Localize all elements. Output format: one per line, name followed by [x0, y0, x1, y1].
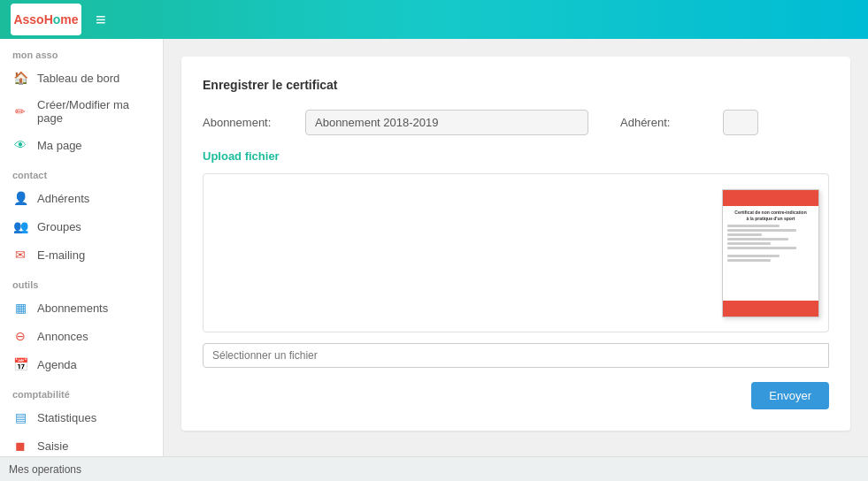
card-title: Enregistrer le certificat	[203, 78, 829, 92]
section-title-outils: outils	[0, 269, 163, 294]
sidebar-label-adherents: Adhérents	[37, 192, 89, 205]
sidebar-label-tableau-de-bord: Tableau de bord	[37, 72, 119, 85]
logo[interactable]: AssoHome	[11, 4, 81, 35]
sidebar-item-emailing[interactable]: ✉ E-mailing	[0, 240, 163, 269]
sidebar-item-annonces[interactable]: ⊖ Annonces	[0, 322, 163, 350]
user-icon: 👤	[12, 190, 28, 206]
section-title-mon-asso: mon asso	[0, 39, 163, 64]
file-selector-input[interactable]	[203, 343, 829, 368]
sidebar-item-tableau-de-bord[interactable]: 🏠 Tableau de bord	[0, 64, 163, 92]
sidebar: mon asso 🏠 Tableau de bord ✏ Créer/Modif…	[0, 39, 164, 456]
annonces-icon: ⊖	[12, 328, 28, 344]
sidebar-label-statistiques: Statistiques	[37, 411, 96, 424]
abonnements-icon: ▦	[12, 300, 28, 316]
sidebar-label-saisie: Saisie	[37, 439, 68, 453]
bottom-bar-text: Mes operations	[9, 463, 81, 476]
sidebar-item-ma-page[interactable]: 👁 Ma page	[0, 131, 163, 159]
bottom-bar: Mes operations	[0, 456, 868, 481]
abonnement-input[interactable]	[305, 110, 588, 135]
sidebar-label-agenda: Agenda	[37, 358, 77, 371]
adherent-input[interactable]	[723, 110, 758, 135]
sidebar-item-groupes[interactable]: 👥 Groupes	[0, 212, 163, 240]
sidebar-label-annonces: Annonces	[37, 330, 88, 343]
sidebar-item-adherents[interactable]: 👤 Adhérents	[0, 184, 163, 212]
edit-icon: ✏	[12, 103, 28, 119]
eye-icon: 👁	[12, 137, 28, 153]
menu-toggle-icon[interactable]: ≡	[96, 10, 106, 30]
adherent-label: Adhérent:	[620, 116, 709, 129]
stats-icon: ▤	[12, 409, 28, 425]
send-row: Envoyer	[203, 378, 829, 409]
group-icon: 👥	[12, 218, 28, 234]
sidebar-item-abonnements[interactable]: ▦ Abonnements	[0, 294, 163, 322]
home-icon: 🏠	[12, 70, 28, 86]
upload-fichier-link[interactable]: Upload fichier	[203, 149, 280, 163]
sidebar-label-abonnements: Abonnements	[37, 302, 108, 315]
sidebar-label-groupes: Groupes	[37, 220, 81, 233]
agenda-icon: 📅	[12, 356, 28, 372]
sidebar-label-creer-modifier: Créer/Modifier ma page	[37, 98, 150, 125]
saisie-icon: ◼	[12, 438, 28, 454]
certificate-card: Enregistrer le certificat Abonnement: Ad…	[181, 57, 850, 431]
section-title-contact: contact	[0, 159, 163, 184]
certificate-preview: Certificat de non contre-indicationà la …	[722, 189, 819, 317]
upload-area[interactable]: Certificat de non contre-indicationà la …	[203, 173, 829, 332]
cert-body: Certificat de non contre-indicationà la …	[723, 206, 818, 301]
abonnement-row: Abonnement: Adhérent:	[203, 110, 829, 135]
abonnement-label: Abonnement:	[203, 116, 291, 129]
cert-header	[723, 190, 818, 206]
sidebar-label-emailing: E-mailing	[37, 248, 85, 262]
cert-footer	[723, 301, 818, 317]
upload-link-row: Upload fichier	[203, 149, 829, 163]
envoyer-button[interactable]: Envoyer	[751, 382, 829, 409]
section-title-comptabilite: comptabilité	[0, 378, 163, 403]
logo-text: AssoHome	[13, 12, 78, 27]
email-icon: ✉	[12, 247, 28, 263]
sidebar-item-saisie[interactable]: ◼ Saisie	[0, 431, 163, 456]
sidebar-label-ma-page: Ma page	[37, 139, 82, 152]
sidebar-item-agenda[interactable]: 📅 Agenda	[0, 350, 163, 378]
main-layout: mon asso 🏠 Tableau de bord ✏ Créer/Modif…	[0, 39, 868, 456]
sidebar-item-creer-modifier[interactable]: ✏ Créer/Modifier ma page	[0, 92, 163, 131]
sidebar-item-statistiques[interactable]: ▤ Statistiques	[0, 403, 163, 431]
file-selector-row	[203, 343, 829, 368]
navbar: AssoHome ≡	[0, 0, 868, 39]
content-area: Enregistrer le certificat Abonnement: Ad…	[164, 39, 868, 456]
